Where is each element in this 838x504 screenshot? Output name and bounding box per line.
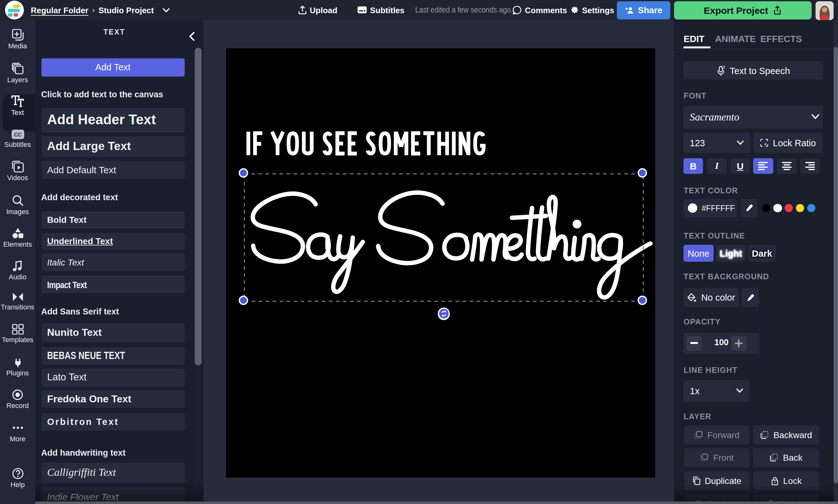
svg-text:CC: CC xyxy=(14,132,22,138)
